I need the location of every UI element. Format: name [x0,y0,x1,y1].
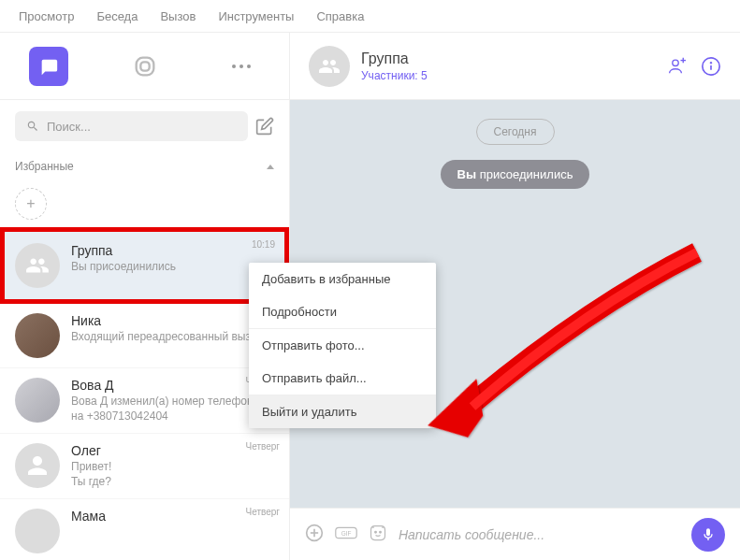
menu-details[interactable]: Подробности [249,295,436,328]
add-person-icon[interactable] [665,56,686,77]
menu-bar: Просмотр Беседа Вызов Инструменты Справк… [0,0,740,33]
chat-name: Мама [71,509,274,524]
svg-rect-1 [140,62,149,70]
compose-icon[interactable] [255,117,274,136]
chats-icon [29,47,68,86]
chat-item[interactable]: Ника Входящий переадресованный вызов 10:… [0,304,289,368]
menu-call[interactable]: Вызов [160,9,196,23]
chat-name: Ника [71,313,274,328]
group-avatar-icon [15,243,60,288]
chat-preview: Привет! Ты где? [71,460,274,489]
conversation-header: Группа Участники: 5 [290,33,740,100]
chat-name: Олег [71,443,274,458]
info-icon[interactable] [701,56,721,77]
menu-add-favorites[interactable]: Добавить в избранные [249,263,436,295]
svg-rect-0 [136,57,153,75]
svg-point-14 [380,531,382,533]
avatar [15,443,60,488]
joined-badge: Вы присоединились [441,160,590,189]
conversation-title: Группа [361,50,654,67]
message-input[interactable]: Написать сообщение... [399,527,680,542]
chat-preview: Входящий переадресованный вызов [71,330,274,345]
chat-item[interactable]: Олег Привет! Ты где? Четверг [0,434,289,499]
menu-leave-delete[interactable]: Выйти и удалить [249,395,436,428]
chat-name: Вова Д [71,378,274,393]
search-input[interactable]: Поиск... [15,111,248,141]
chat-item[interactable]: Вова Д Вова Д изменил(а) номер телефона … [0,368,289,434]
favorites-label: Избранные [15,160,74,173]
tab-more[interactable] [193,33,289,99]
avatar [15,509,60,553]
favorites-header[interactable]: Избранные [0,152,289,180]
avatar [15,313,60,358]
menu-help[interactable]: Справка [316,9,364,23]
sticker-icon[interactable] [369,524,387,546]
menu-chat[interactable]: Беседа [96,9,138,23]
chat-time: Четверг [246,507,280,517]
chat-preview: Вова Д изменил(а) номер телефона на +380… [71,395,274,424]
chat-name: Группа [71,243,274,258]
menu-send-file[interactable]: Отправить файл... [249,362,436,395]
conversation-subtitle[interactable]: Участники: 5 [361,69,654,82]
menu-tools[interactable]: Инструменты [218,9,294,23]
chevron-up-icon [267,165,274,169]
svg-point-7 [711,62,712,63]
add-favorite-button[interactable]: + [15,188,47,220]
chat-time: Четверг [246,441,280,452]
menu-view[interactable]: Просмотр [19,9,74,23]
tab-chats[interactable] [0,33,96,99]
plus-icon[interactable] [305,524,324,546]
more-icon [232,65,251,68]
sidebar-tabs [0,33,289,100]
search-placeholder: Поиск... [47,120,91,134]
context-menu: Добавить в избранные Подробности Отправи… [249,263,436,428]
chat-time: 10:19 [252,239,275,250]
sidebar: Поиск... Избранные + Группа Вы присоедин… [0,33,290,560]
svg-text:GIF: GIF [341,530,352,537]
gif-icon[interactable]: GIF [335,525,357,544]
svg-point-2 [673,60,678,65]
avatar [15,378,60,423]
chat-list: Группа Вы присоединились 10:19 Ника Вход… [0,227,289,560]
tab-public[interactable] [96,33,193,99]
menu-send-photo[interactable]: Отправить фото... [249,329,436,362]
chat-item[interactable]: Мама Четверг [0,499,289,560]
mic-button[interactable] [691,518,725,552]
chat-item-group[interactable]: Группа Вы присоединились 10:19 [0,227,289,304]
group-avatar-icon [309,46,350,87]
search-icon [26,120,39,133]
svg-point-13 [375,531,377,533]
compose-bar: GIF Написать сообщение... [290,508,740,560]
public-icon [125,47,165,86]
chat-preview: Вы присоединились [71,260,274,275]
date-badge: Сегодня [476,119,555,145]
